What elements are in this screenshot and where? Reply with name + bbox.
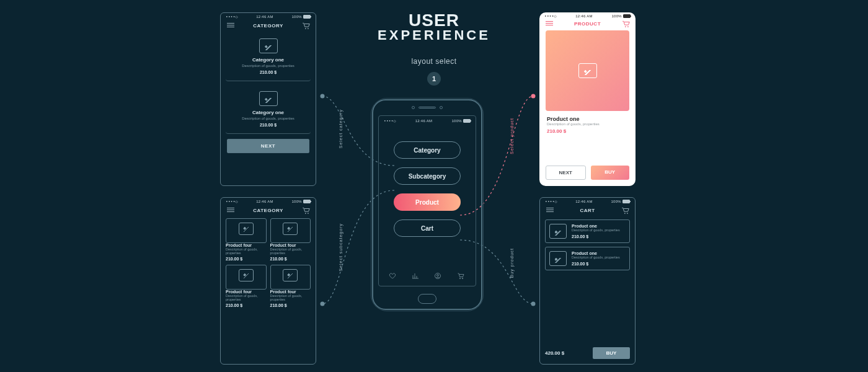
cart-item-desc: Description of goods, properties	[572, 228, 620, 232]
menu-icon[interactable]	[546, 20, 553, 27]
menu-cart[interactable]: Cart	[394, 219, 461, 237]
profile-icon[interactable]	[434, 272, 443, 281]
svg-point-13	[437, 275, 439, 277]
status-bar: ••••○ 12:46 AM 100%	[379, 116, 476, 123]
buy-button[interactable]: BUY	[591, 166, 630, 180]
svg-point-6	[305, 213, 306, 214]
product-desc: Description of goods, properties	[270, 294, 311, 301]
cart-item-desc: Description of goods, properties	[572, 255, 620, 259]
category-price: 210.00 $	[228, 123, 308, 127]
menu-icon[interactable]	[546, 207, 554, 213]
category-card[interactable]: Category one Description of goods, prope…	[226, 86, 311, 134]
svg-point-5	[308, 28, 309, 29]
menu-icon[interactable]	[227, 207, 234, 213]
connector-label-product: Select product	[510, 118, 514, 154]
product-tile[interactable]	[226, 218, 267, 243]
center-device: ••••○ 12:46 AM 100% Category Subcategory…	[372, 99, 482, 310]
image-icon	[259, 38, 278, 53]
battery-icon: 100%	[611, 200, 630, 203]
svg-point-14	[459, 278, 461, 279]
product-price: 210.00 $	[226, 257, 267, 261]
category-name: Category one	[228, 110, 308, 115]
image-icon	[578, 63, 597, 78]
cart-item[interactable]: Product oneDescription of goods, propert…	[545, 247, 630, 270]
next-button[interactable]: NEXT	[546, 166, 586, 180]
battery-icon: 100%	[451, 119, 471, 123]
next-button[interactable]: NEXT	[227, 139, 309, 153]
svg-point-7	[308, 213, 309, 214]
cart-item-name: Product one	[572, 251, 620, 255]
tab-bar	[389, 272, 466, 281]
product-desc: Description of goods, properties	[547, 122, 628, 126]
screen-title: PRODUCT	[574, 21, 601, 27]
image-icon	[239, 269, 254, 281]
svg-point-1	[321, 302, 325, 306]
product-price: 210.00 $	[226, 303, 267, 308]
connector-label-subcategory: Select subcategory	[339, 223, 343, 272]
svg-point-10	[624, 213, 626, 214]
product-hero-image	[546, 30, 629, 111]
status-bar: ••••○ 12:46 AM 100%	[539, 12, 636, 18]
cart-icon[interactable]	[621, 207, 629, 213]
speaker-icon	[418, 107, 436, 108]
cart-icon[interactable]	[302, 22, 309, 29]
battery-icon: 100%	[291, 200, 311, 203]
category-desc: Description of goods, properties	[228, 64, 308, 68]
home-button[interactable]	[418, 294, 436, 304]
product-price: 210.00 $	[270, 303, 311, 308]
product-price: 210.00 $	[270, 257, 311, 261]
status-time: 12:46 AM	[575, 14, 593, 18]
stats-icon[interactable]	[412, 272, 420, 281]
svg-point-3	[531, 302, 536, 306]
screen-cart: ••••○ 12:46 AM 100% CART Product oneDesc…	[539, 197, 636, 365]
svg-point-8	[625, 26, 626, 27]
product-name: Product four	[270, 243, 311, 247]
product-tile[interactable]	[226, 265, 267, 290]
step-badge: 1	[427, 72, 441, 86]
signal-icon: ••••○	[545, 199, 557, 203]
device-notch	[409, 105, 446, 109]
battery-icon: 100%	[291, 15, 311, 19]
cart-item[interactable]: Product oneDescription of goods, propert…	[545, 219, 630, 243]
menu-icon[interactable]	[227, 22, 234, 29]
screen-product: ••••○ 12:46 AM 100% PRODUCT Product one …	[539, 12, 636, 186]
svg-point-4	[305, 28, 306, 29]
cart-icon[interactable]	[457, 272, 466, 281]
screen-title: CATEGORY	[253, 23, 283, 29]
screen-subcategory: ••••○ 12:46 AM 100% CATEGORY Product fou…	[220, 197, 316, 365]
headline-line-2: EXPERIENCE	[0, 27, 868, 43]
product-desc: Description of goods, properties	[226, 294, 267, 301]
battery-icon: 100%	[611, 14, 631, 18]
cart-item-price: 210.00 $	[572, 234, 620, 239]
product-price: 210.00 $	[547, 128, 628, 134]
image-icon	[239, 223, 254, 235]
connector-label-category: Select category	[339, 109, 343, 148]
camera-icon	[412, 106, 415, 109]
status-time: 12:46 AM	[415, 119, 433, 123]
status-bar: ••••○ 12:46 AM 100%	[221, 198, 316, 203]
category-card[interactable]: Category one Description of goods, prope…	[226, 33, 311, 81]
signal-icon: ••••○	[384, 118, 396, 123]
cart-item-name: Product one	[572, 224, 620, 228]
screen-title: CART	[580, 208, 595, 213]
signal-icon: ••••○	[226, 14, 238, 19]
signal-icon: ••••○	[544, 14, 557, 18]
svg-point-0	[321, 94, 325, 99]
menu-product[interactable]: Product	[394, 193, 461, 211]
status-time: 12:46 AM	[575, 200, 593, 203]
cart-icon[interactable]	[302, 207, 309, 213]
menu-subcategory[interactable]: Subcategory	[394, 167, 461, 185]
product-tile[interactable]	[270, 265, 311, 290]
buy-button[interactable]: BUY	[593, 347, 630, 359]
menu-category[interactable]: Category	[394, 141, 461, 159]
connector-label-cart: Buy product	[510, 248, 514, 278]
heart-icon[interactable]	[389, 272, 397, 281]
product-tile[interactable]	[270, 218, 311, 243]
sensor-icon	[440, 106, 443, 109]
product-name: Product four	[226, 290, 267, 294]
cart-icon[interactable]	[622, 20, 629, 27]
status-time: 12:46 AM	[256, 200, 273, 203]
signal-icon: ••••○	[226, 199, 238, 203]
svg-point-2	[531, 94, 536, 99]
category-price: 210.00 $	[228, 70, 308, 74]
